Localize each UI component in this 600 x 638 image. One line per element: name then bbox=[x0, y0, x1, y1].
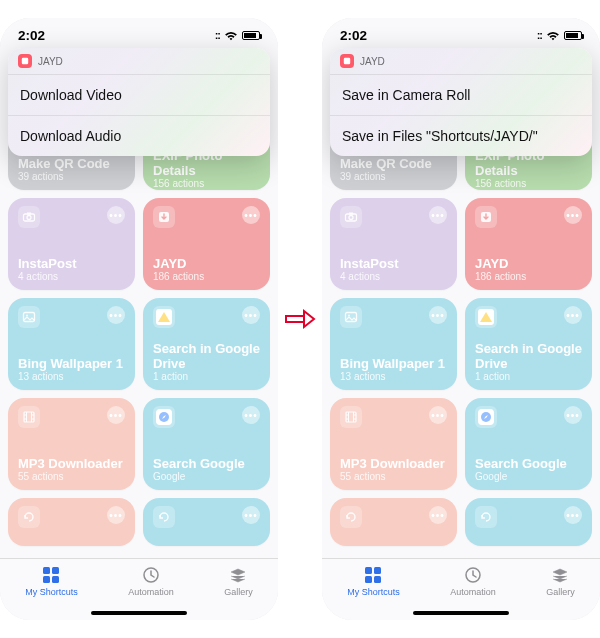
tab-label: Gallery bbox=[224, 587, 253, 597]
svg-rect-53 bbox=[374, 576, 381, 583]
battery-icon bbox=[242, 31, 260, 40]
grid-icon bbox=[363, 565, 383, 585]
tab-label: Automation bbox=[450, 587, 496, 597]
option-save-in-files[interactable]: Save in Files "Shortcuts/JAYD/" bbox=[330, 115, 592, 156]
action-sheet: JAYD Save in Camera Roll Save in Files "… bbox=[330, 48, 592, 156]
option-download-audio[interactable]: Download Audio bbox=[8, 115, 270, 156]
app-name: JAYD bbox=[38, 56, 63, 67]
phone-left: •••Make QR Code39 actions•••EXIF Photo D… bbox=[0, 18, 278, 620]
status-icons: :: bbox=[537, 29, 582, 41]
home-indicator[interactable] bbox=[413, 611, 509, 615]
app-icon bbox=[18, 54, 32, 68]
svg-rect-51 bbox=[374, 567, 381, 574]
app-icon bbox=[340, 54, 354, 68]
svg-rect-25 bbox=[52, 576, 59, 583]
cellular-icon: :: bbox=[537, 29, 542, 41]
option-save-camera-roll[interactable]: Save in Camera Roll bbox=[330, 74, 592, 115]
status-time: 2:02 bbox=[340, 28, 367, 43]
svg-rect-23 bbox=[52, 567, 59, 574]
tab-label: Automation bbox=[128, 587, 174, 597]
svg-rect-52 bbox=[365, 576, 372, 583]
status-time: 2:02 bbox=[18, 28, 45, 43]
battery-icon bbox=[564, 31, 582, 40]
action-sheet: JAYD Download Video Download Audio bbox=[8, 48, 270, 156]
option-download-video[interactable]: Download Video bbox=[8, 74, 270, 115]
tab-gallery[interactable]: Gallery bbox=[546, 565, 575, 597]
tab-label: My Shortcuts bbox=[25, 587, 78, 597]
phone-right: •••Make QR Code39 actions•••EXIF Photo D… bbox=[322, 18, 600, 620]
status-icons: :: bbox=[215, 29, 260, 41]
clock-icon bbox=[463, 565, 483, 585]
wifi-icon bbox=[224, 30, 238, 41]
svg-rect-24 bbox=[43, 576, 50, 583]
stack-icon bbox=[228, 565, 248, 585]
app-name: JAYD bbox=[360, 56, 385, 67]
stack-icon bbox=[550, 565, 570, 585]
cellular-icon: :: bbox=[215, 29, 220, 41]
home-indicator[interactable] bbox=[91, 611, 187, 615]
svg-rect-27 bbox=[286, 316, 304, 322]
status-bar: 2:02 :: bbox=[0, 18, 278, 52]
wifi-icon bbox=[546, 30, 560, 41]
tab-gallery[interactable]: Gallery bbox=[224, 565, 253, 597]
tab-my-shortcuts[interactable]: My Shortcuts bbox=[347, 565, 400, 597]
svg-rect-21 bbox=[22, 58, 28, 64]
svg-rect-22 bbox=[43, 567, 50, 574]
tab-my-shortcuts[interactable]: My Shortcuts bbox=[25, 565, 78, 597]
tab-automation[interactable]: Automation bbox=[450, 565, 496, 597]
arrow-icon bbox=[284, 307, 316, 331]
svg-rect-50 bbox=[365, 567, 372, 574]
grid-icon bbox=[41, 565, 61, 585]
tab-label: My Shortcuts bbox=[347, 587, 400, 597]
status-bar: 2:02 :: bbox=[322, 18, 600, 52]
clock-icon bbox=[141, 565, 161, 585]
tab-label: Gallery bbox=[546, 587, 575, 597]
tab-automation[interactable]: Automation bbox=[128, 565, 174, 597]
svg-rect-49 bbox=[344, 58, 350, 64]
